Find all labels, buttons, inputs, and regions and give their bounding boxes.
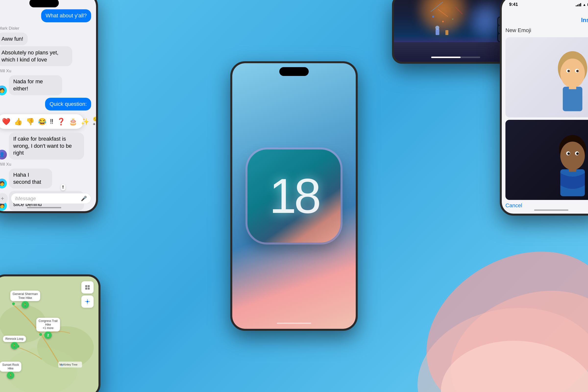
microphone-icon: 🎤 — [81, 196, 87, 202]
reaction-question[interactable]: ❓ — [57, 118, 66, 126]
status-time-emoji: 9:41 — [509, 2, 518, 7]
message-recv-2: Absolutely no plans yet, which I kind of… — [0, 46, 72, 66]
avatar-img-cake: 👤 — [0, 150, 7, 160]
map-pin-congress-label: Congress TrailHike+1 more — [36, 318, 60, 331]
svg-point-25 — [568, 152, 570, 155]
messages-content: What about y'all? Mark Disler Aww fun! A… — [0, 0, 96, 211]
svg-text:McKinley Tree: McKinley Tree — [60, 363, 78, 366]
ios18-version-number: 18 — [269, 172, 319, 220]
message-haha: Haha I second that — [9, 168, 52, 188]
game-progress-bar — [431, 56, 480, 58]
map-pin-rimrock-label: Rimrock Loop — [3, 336, 26, 342]
message-recv-1: Aww fun! — [0, 32, 28, 46]
msg-sender-will-1: Will Xu — [0, 68, 11, 74]
game-scene — [394, 0, 518, 62]
ios18-app-icon: 18 — [248, 150, 340, 242]
game-ground — [394, 42, 518, 62]
message-recv-3: Nada for me either! — [9, 75, 62, 95]
map-pin-sherman-circle: 🚶 — [22, 301, 29, 308]
svg-rect-40 — [85, 285, 87, 287]
map-content: McKinley Tree General ShermanTree Hike 🚶… — [0, 276, 98, 392]
svg-rect-41 — [88, 285, 90, 287]
signal-bar-1 — [576, 6, 577, 6]
emoji-add-button[interactable]: 🙂+ — [93, 117, 96, 126]
memoji-card-2[interactable] — [506, 120, 588, 200]
svg-point-11 — [435, 26, 439, 30]
imessage-input-bar: + iMessage 🎤 — [0, 193, 91, 204]
msg-with-avatar-2: 🧑 Haha I second that ‼️ — [0, 168, 63, 188]
msg-with-avatar-cake: 👤 If cake for breakfast is wrong, I don'… — [0, 132, 91, 160]
svg-point-9 — [452, 18, 453, 20]
memoji-figure-2 — [550, 131, 588, 200]
map-pin-sherman-label: General ShermanTree Hike — [10, 290, 40, 301]
ios18-screen: 18 — [232, 63, 356, 329]
msg-sender-mark: Mark Disler — [0, 26, 19, 31]
message-recv-4: If cake for breakfast is wrong, I don't … — [9, 132, 84, 160]
phone-maps: McKinley Tree General ShermanTree Hike 🚶… — [0, 274, 100, 392]
insert-button[interactable]: Insert — [581, 17, 588, 24]
reaction-heart[interactable]: ❤️ — [2, 118, 10, 126]
game-progress-fill — [431, 56, 460, 58]
imessage-placeholder: iMessage — [15, 196, 36, 202]
memoji-card-1[interactable] — [506, 37, 588, 117]
emoji-screen: 9:41 ▲ Insert New Emoji — [502, 0, 588, 214]
avatar-will-2: 🧑 — [0, 178, 7, 188]
svg-rect-12 — [446, 30, 448, 35]
pink-wave-decoration — [380, 196, 588, 392]
avatar-cake: 👤 — [0, 150, 7, 160]
haha-msg-wrapper: Haha I second that ‼️ — [9, 168, 63, 188]
reaction-exclaim[interactable]: ‼️ — [50, 118, 54, 126]
svg-point-17 — [568, 70, 570, 72]
exclaim-reaction-badge: ‼️ — [61, 184, 66, 190]
reaction-sparkle[interactable]: ✨ — [81, 118, 90, 126]
msg-with-avatar-1: 🧑 Nada for me either! — [0, 75, 64, 95]
message-sent-2: Quick question: — [45, 98, 91, 111]
messages-screen: What about y'all? Mark Disler Aww fun! A… — [0, 0, 96, 211]
maps-screen: McKinley Tree General ShermanTree Hike 🚶… — [0, 276, 98, 392]
map-pin-sunset[interactable]: Sunset RockHike 🚶 — [0, 362, 21, 379]
svg-point-18 — [576, 70, 579, 72]
location-icon — [85, 299, 90, 304]
reaction-bar[interactable]: ❤️ 👍 👎 😂 ‼️ ❓ 🎂 ✨ 🙂+ — [0, 114, 84, 129]
reaction-haha[interactable]: 😂 — [38, 118, 46, 126]
map-controls — [81, 281, 94, 308]
emoji-panel-container: Insert New Emoji — [502, 0, 588, 214]
status-icons-emoji: ▲ — [576, 3, 588, 6]
map-pin-rimrock-circle: 🚶 — [11, 342, 18, 349]
svg-line-6 — [455, 7, 462, 14]
svg-rect-19 — [563, 87, 582, 111]
avatar-img-will-1: 🧑 — [0, 86, 7, 95]
signal-bars-icon — [576, 3, 581, 6]
svg-rect-42 — [85, 288, 87, 290]
map-pin-congress[interactable]: Congress TrailHike+1 more 2 — [36, 318, 60, 338]
wifi-icon: ▲ — [582, 3, 586, 6]
phone-messages: What about y'all? Mark Disler Aww fun! A… — [0, 0, 98, 213]
status-bar-emoji: 9:41 ▲ — [509, 2, 588, 7]
home-indicator-center — [277, 323, 311, 324]
map-view-button[interactable] — [81, 281, 94, 294]
signal-bar-4 — [580, 3, 581, 6]
map-pin-congress-circle: 2 — [44, 332, 52, 339]
imessage-input-field[interactable]: iMessage 🎤 — [11, 193, 91, 204]
msg-block-mark: Mark Disler Aww fun! Absolutely no plans… — [0, 26, 91, 66]
reaction-thumbsdown[interactable]: 👎 — [26, 118, 34, 126]
map-view-icon — [85, 285, 90, 290]
dynamic-island-center — [279, 67, 309, 76]
reaction-cake[interactable]: 🎂 — [69, 118, 78, 126]
svg-rect-20 — [569, 84, 576, 89]
memoji-figure-1 — [550, 49, 588, 117]
map-pin-rimrock[interactable]: Rimrock Loop 🚶 — [3, 336, 26, 349]
svg-point-8 — [432, 16, 434, 18]
message-sent-1: What about y'all? — [41, 9, 91, 22]
msg-block-will-2: Will Xu 🧑 Haha I second that ‼️ — [0, 162, 91, 188]
cancel-button[interactable]: Cancel — [506, 202, 588, 209]
map-location-button[interactable] — [81, 296, 94, 308]
svg-point-22 — [560, 142, 585, 170]
add-attachment-button[interactable]: + — [0, 193, 8, 204]
map-pin-sherman[interactable]: General ShermanTree Hike 🚶 — [10, 290, 40, 308]
home-indicator-emoji — [534, 210, 568, 211]
svg-rect-10 — [436, 29, 439, 35]
msg-block-cake: 👤 If cake for breakfast is wrong, I don'… — [0, 132, 91, 160]
reaction-thumbsup[interactable]: 👍 — [14, 118, 22, 126]
signal-bar-2 — [577, 5, 578, 6]
